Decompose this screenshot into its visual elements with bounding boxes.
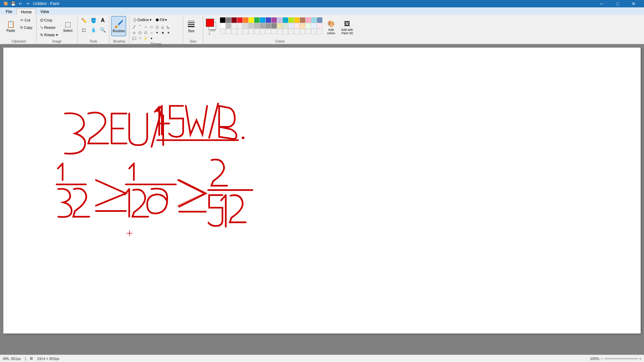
shape-more[interactable]: ▾ bbox=[149, 36, 154, 41]
tab-home[interactable]: Home bbox=[16, 8, 36, 15]
shape-callout[interactable]: 💬 bbox=[131, 36, 137, 41]
shapes-content[interactable]: ⬡ Outline ▾ ⬢ Fill ▾ ╱ ⌒ ○ □ bbox=[131, 16, 181, 42]
color-lightgray[interactable] bbox=[226, 23, 231, 28]
shape-star6[interactable]: ✶ bbox=[166, 30, 171, 35]
tab-file[interactable]: File bbox=[1, 8, 16, 15]
color-orange[interactable] bbox=[243, 17, 248, 23]
color-tan[interactable] bbox=[277, 17, 282, 23]
color-t15[interactable] bbox=[300, 29, 305, 34]
color-t18[interactable] bbox=[317, 29, 322, 34]
image-content[interactable]: ⊡ Crop ⤡ Resize ↻ Rotate ▾ ⬚ Select bbox=[39, 16, 75, 39]
color-steelblue[interactable] bbox=[317, 17, 322, 23]
color-t1[interactable] bbox=[220, 29, 225, 34]
close-button[interactable]: ✕ bbox=[626, 0, 641, 7]
color-white[interactable] bbox=[220, 23, 225, 28]
shape-pentagon[interactable]: ⬠ bbox=[137, 30, 143, 35]
cut-button[interactable]: ✂ Cut bbox=[19, 17, 34, 23]
color-t12[interactable] bbox=[283, 29, 288, 34]
brushes-button[interactable]: 🖌️ Brushes bbox=[111, 16, 126, 36]
color-r4[interactable] bbox=[254, 23, 260, 28]
crop-button[interactable]: ⊡ Crop bbox=[39, 17, 60, 23]
color-black[interactable] bbox=[220, 17, 225, 23]
resize-button[interactable]: ⤡ Resize bbox=[39, 24, 60, 31]
color-r1[interactable] bbox=[237, 23, 243, 28]
zoom-in-icon[interactable]: + bbox=[639, 357, 641, 361]
select-button[interactable]: ⬚ Select bbox=[60, 16, 75, 36]
quick-access-toolbar[interactable]: 🎨 💾 ↩ ↪ bbox=[3, 1, 31, 7]
shape-star4[interactable]: ✦ bbox=[154, 30, 160, 35]
redo-button[interactable]: ↪ bbox=[25, 1, 31, 7]
magnifier-tool[interactable]: 🔍 bbox=[98, 25, 107, 34]
shape-triangle[interactable]: △ bbox=[160, 24, 165, 29]
colors-content[interactable]: Color1 Color2 bbox=[205, 16, 355, 39]
color-indigo[interactable] bbox=[266, 17, 271, 23]
edit-with-paint3d-button[interactable]: 🖼 Edit withPaint 3D bbox=[340, 17, 355, 38]
color-t3[interactable] bbox=[231, 29, 237, 34]
outline-button[interactable]: ⬡ Outline ▾ bbox=[131, 16, 153, 23]
color-r14[interactable] bbox=[311, 23, 317, 28]
shape-diamond[interactable]: ◇ bbox=[131, 30, 137, 35]
tab-view[interactable]: View bbox=[36, 8, 53, 15]
color-lime[interactable] bbox=[288, 17, 294, 23]
color-brown[interactable] bbox=[300, 17, 305, 23]
color-swatches-section[interactable]: Color1 Color2 bbox=[205, 16, 355, 38]
color-t17[interactable] bbox=[311, 29, 317, 34]
zoom-out-icon[interactable]: − bbox=[601, 357, 603, 361]
color-r2[interactable] bbox=[243, 23, 248, 28]
color-t9[interactable] bbox=[266, 29, 271, 34]
save-button[interactable]: 💾 bbox=[10, 1, 16, 7]
color-t6[interactable] bbox=[249, 29, 254, 34]
color-row-3[interactable] bbox=[220, 29, 322, 34]
shape-curve[interactable]: ⌒ bbox=[137, 24, 143, 29]
text-tool[interactable]: A bbox=[98, 16, 107, 25]
color-r10[interactable] bbox=[288, 23, 294, 28]
shape-roundrect[interactable]: ▢ bbox=[154, 24, 160, 29]
color-r12[interactable] bbox=[300, 23, 305, 28]
size-button[interactable]: Size bbox=[185, 16, 197, 36]
color-teal[interactable] bbox=[283, 17, 288, 23]
color-lightblue[interactable] bbox=[311, 17, 317, 23]
eraser-tool[interactable]: ◻ bbox=[79, 25, 88, 34]
status-right[interactable]: 100% − + bbox=[590, 357, 641, 361]
canvas-area[interactable] bbox=[0, 44, 644, 355]
shape-hexagon[interactable]: ⬡ bbox=[143, 30, 148, 35]
paint-canvas[interactable] bbox=[3, 48, 641, 334]
color-row-2[interactable] bbox=[220, 23, 322, 28]
pencil-tool[interactable]: ✏️ bbox=[79, 16, 88, 25]
zoom-slider[interactable] bbox=[604, 358, 638, 359]
color-t8[interactable] bbox=[260, 29, 265, 34]
color-t4[interactable] bbox=[237, 29, 243, 34]
undo-button[interactable]: ↩ bbox=[17, 1, 23, 7]
maximize-button[interactable]: □ bbox=[610, 0, 625, 7]
ribbon-tabs[interactable]: File Home View bbox=[0, 7, 644, 15]
edit-colors-button[interactable]: 🎨 Edit colors bbox=[324, 17, 338, 38]
color-t13[interactable] bbox=[288, 29, 294, 34]
color-t7[interactable] bbox=[254, 29, 260, 34]
color-r5[interactable] bbox=[260, 23, 265, 28]
tools-content[interactable]: ✏️ 🪣 A ◻ 💧 🔍 bbox=[79, 16, 107, 39]
shape-arrow[interactable]: → bbox=[149, 30, 154, 35]
size-content[interactable]: Size bbox=[185, 16, 201, 39]
fill-tool[interactable]: 🪣 bbox=[89, 16, 98, 25]
window-controls[interactable]: ─ □ ✕ bbox=[594, 0, 641, 7]
color-r9[interactable] bbox=[283, 23, 288, 28]
color-t16[interactable] bbox=[306, 29, 311, 34]
rotate-button[interactable]: ↻ Rotate ▾ bbox=[39, 32, 60, 38]
color-pink[interactable] bbox=[306, 17, 311, 23]
zoom-control[interactable]: 100% − + bbox=[590, 357, 641, 361]
paste-button[interactable]: 📋 Paste bbox=[3, 16, 18, 36]
shapes-grid[interactable]: ╱ ⌒ ○ □ ▢ △ ◺ ◇ ⬠ ⬡ → ✦ ★ ✶ 💬 ♡ bbox=[131, 24, 175, 41]
color-gold[interactable] bbox=[294, 17, 300, 23]
color-darkred[interactable] bbox=[231, 17, 237, 23]
color-t11[interactable] bbox=[277, 29, 282, 34]
brushes-content[interactable]: 🖌️ Brushes bbox=[111, 16, 127, 39]
color-t10[interactable] bbox=[271, 29, 277, 34]
color-t5[interactable] bbox=[243, 29, 248, 34]
color-green[interactable] bbox=[254, 17, 260, 23]
color-row-1[interactable] bbox=[220, 17, 322, 23]
color-yellow[interactable] bbox=[249, 17, 254, 23]
image-col[interactable]: ⊡ Crop ⤡ Resize ↻ Rotate ▾ bbox=[39, 16, 60, 38]
color-t2[interactable] bbox=[226, 29, 231, 34]
copy-button[interactable]: ⎘ Copy bbox=[19, 24, 34, 31]
color-r3[interactable] bbox=[249, 23, 254, 28]
